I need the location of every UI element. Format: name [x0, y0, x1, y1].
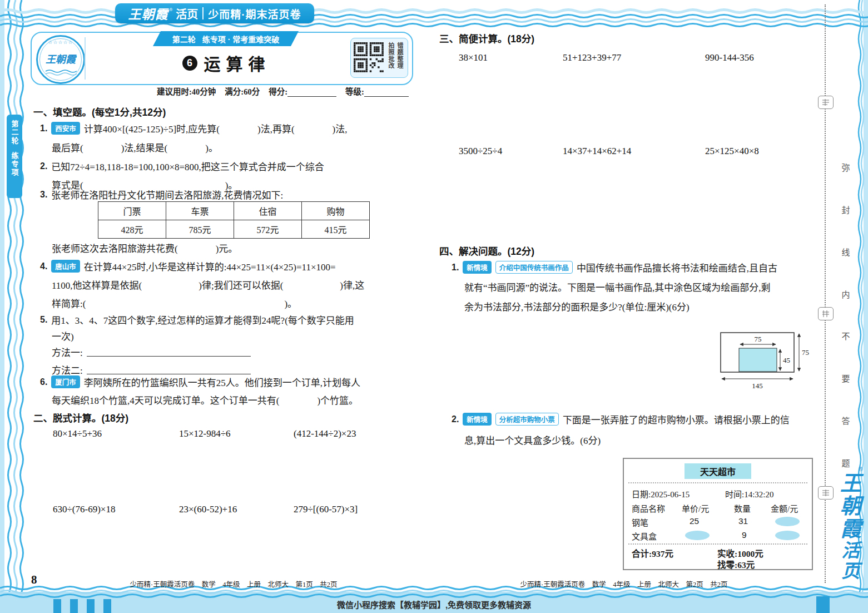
- smudge-icon: [685, 531, 710, 540]
- expression: 25×125×40×8: [705, 146, 759, 157]
- score-blank: [287, 88, 336, 97]
- item-qty: 9: [742, 530, 747, 540]
- expression: 51+123+39+77: [563, 52, 621, 63]
- problem-1: 1. 新情境 介绍中国传统书画作品 中国传统书画作品擅长将书法和绘画结合,且自古: [452, 260, 777, 274]
- logo-char: 朝: [840, 495, 861, 517]
- seal-char: 题: [841, 457, 850, 468]
- receipt-change: 找零:63元: [717, 558, 755, 570]
- logo-stars: ☆☆☆☆☆: [38, 39, 83, 45]
- qr-panel: 拍照批改 错题整理: [350, 38, 408, 78]
- seal-stamp-icon: [818, 486, 834, 500]
- question-number: 2.: [40, 161, 47, 171]
- scenario-topic-badge: 介绍中国传统书画作品: [495, 261, 573, 274]
- round-banner: 第二轮 练专项 · 常考重难突破: [153, 31, 299, 46]
- scenario-badge: 新情境: [463, 413, 492, 426]
- question-number: 4.: [40, 261, 47, 271]
- brand-type: 活页: [176, 6, 198, 22]
- brand-name: 王朝霞: [128, 4, 168, 23]
- expression: 990-144-356: [705, 52, 754, 63]
- table-header: 购物: [302, 202, 370, 220]
- travel-cost-table: 门票 车票 住宿 购物 428元 785元 572元 415元: [98, 201, 370, 239]
- question-number: 2.: [452, 414, 459, 424]
- expression: 630÷(76-69)×18: [53, 504, 115, 515]
- question-number: 6.: [40, 377, 47, 387]
- grade-label: 等级:: [345, 85, 364, 97]
- dim-label-outer-width: 145: [752, 382, 763, 390]
- expression: 279÷[(60-57)×3]: [294, 504, 358, 515]
- item-qty: 31: [738, 516, 748, 526]
- section1-title: 一、填空题。(每空1分,共12分): [33, 105, 166, 118]
- logo-char: 霞: [840, 517, 861, 540]
- table-header: 车票: [166, 202, 234, 220]
- question-number: 1.: [40, 123, 47, 134]
- expression: 15×12-984÷6: [179, 428, 231, 439]
- logo-char: 活: [842, 540, 860, 561]
- question-4-line2: 1100,他这样算是依据( )律;我们还可以依据( )律,这: [52, 278, 364, 291]
- seal-char: 弥: [841, 161, 850, 173]
- seal-char: 线: [841, 246, 850, 258]
- brand-logo-vertical: 王 朝 霞 活 页: [837, 472, 864, 581]
- seal-char: 答: [841, 414, 850, 426]
- question-number: 1.: [452, 263, 459, 273]
- question-text: 张老师在洛阳牡丹文化节期间去洛阳旅游,花费情况如下:: [51, 187, 283, 201]
- page-number: 8: [31, 573, 37, 587]
- footer-left-page: 少而精·王朝霞活页卷 数学 4年级 上册 北师大 第1页 共2页: [95, 579, 373, 589]
- problem-2: 2. 新情境 分析超市购物小票 下面是一张弄脏了的超市购物小票。请根据小票上的信: [452, 412, 790, 426]
- grade-blank: [364, 88, 409, 97]
- supermarket-receipt: 天天超市 日期:2025-06-15 时间:14:32:20 商品名称 单价/元…: [623, 458, 813, 570]
- table-cell: 428元: [98, 220, 166, 239]
- question-number: 5.: [40, 315, 47, 325]
- receipt-date: 日期:2025-06-15: [632, 488, 690, 500]
- smudge-icon: [775, 517, 800, 526]
- receipt-paid: 实收:1000元: [717, 547, 763, 559]
- question-number: 3.: [40, 190, 47, 200]
- seal-char: 不: [841, 330, 850, 342]
- question-text: 在计算44×25时,小华是这样计算的:44×25=11×(4×25)=11×10…: [84, 259, 336, 273]
- binding-mark: [103, 599, 111, 613]
- table-cell: 415元: [302, 220, 370, 239]
- painted-area-rect: [739, 348, 777, 372]
- logo-char: 页: [842, 561, 860, 581]
- question-2: 2. 已知72÷4=18,118-18=100,100×8=800,把这三个算式…: [40, 159, 324, 173]
- tab-topic-label: 练专项: [9, 152, 20, 177]
- unit-side-tab: 第二轮 练专项: [7, 115, 22, 198]
- qr-caption-left: 拍照批改: [386, 42, 395, 69]
- logo-name: 王朝霞: [38, 51, 83, 66]
- city-badge: 厦门市: [51, 375, 80, 388]
- section2-title: 二、脱式计算。(18分): [33, 411, 128, 424]
- table-cell: 785元: [166, 220, 234, 239]
- question-text: 计算400×[(425-125)÷5]时,应先算( )法,再算( )法,: [84, 121, 348, 135]
- receipt-divider: [628, 543, 807, 545]
- question-text: 已知72÷4=18,118-18=100,100×8=800,把这三个算式合并成…: [51, 159, 324, 173]
- table-value-row: 428元 785元 572元 415元: [98, 220, 370, 239]
- logo-char: 王: [840, 472, 861, 495]
- section3-title: 三、简便计算。(18分): [439, 31, 534, 45]
- seal-char: 封: [841, 204, 850, 215]
- logo-waves-icon: [44, 69, 77, 77]
- item-price: 25: [690, 516, 699, 526]
- series-subtitle: 少而精·期末活页卷: [208, 6, 301, 21]
- city-badge: 唐山市: [51, 260, 80, 273]
- store-name: 天天超市: [685, 463, 751, 479]
- col-price: 单价/元: [682, 502, 709, 514]
- lesson-name: 运算律: [204, 51, 271, 75]
- city-badge: 西安市: [51, 122, 80, 135]
- col-amount: 金额/元: [771, 502, 798, 514]
- receipt-divider: [628, 482, 807, 483]
- question-text: 下面是一张弄脏了的超市购物小票。请根据小票上的信: [563, 412, 790, 426]
- dim-label-outer-height: 75: [802, 348, 809, 357]
- lesson-number-icon: 6: [182, 56, 197, 71]
- receipt-total: 合计:937元: [632, 547, 673, 559]
- worksheet-page: 王朝霞 ® 活页 少而精·期末活页卷 ☆☆☆☆☆ 王朝霞 第二轮 练专项 · 常…: [0, 0, 868, 613]
- question-1-line2: 最后算( )法,结果是( )。: [52, 140, 218, 154]
- question-5: 5. 用1、3、4、7这四个数字,经过怎样的运算才能得到24呢?(每个数字只能用: [40, 313, 354, 327]
- lesson-title: 6 运算律: [146, 51, 307, 75]
- binding-mark: [70, 599, 78, 613]
- lesson-header-box: ☆☆☆☆☆ 王朝霞 第二轮 练专项 · 常考重难突破 6 运算律 拍照批改 错题…: [31, 32, 413, 85]
- full-score: 满分:60分: [225, 85, 260, 97]
- registered-mark: ®: [169, 7, 172, 12]
- col-qty: 数量: [734, 502, 751, 514]
- question-4: 4. 唐山市 在计算44×25时,小华是这样计算的:44×25=11×(4×25…: [40, 259, 336, 273]
- dim-label-inner-width: 75: [755, 335, 762, 343]
- expression: 38×101: [459, 52, 488, 63]
